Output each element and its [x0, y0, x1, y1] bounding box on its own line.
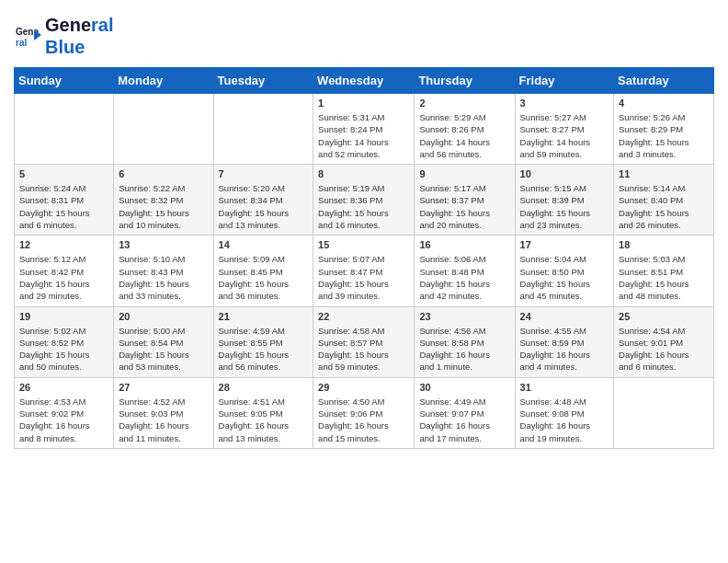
day-info: Sunrise: 5:26 AM Sunset: 8:29 PM Dayligh… [619, 111, 709, 160]
calendar-cell: 23Sunrise: 4:56 AM Sunset: 8:58 PM Dayli… [415, 306, 515, 377]
header-saturday: Saturday [614, 68, 714, 94]
day-number: 9 [419, 168, 509, 179]
svg-text:ral: ral [16, 38, 27, 48]
calendar-cell: 26Sunrise: 4:53 AM Sunset: 9:02 PM Dayli… [15, 377, 114, 448]
calendar-cell: 3Sunrise: 5:27 AM Sunset: 8:27 PM Daylig… [515, 94, 614, 165]
calendar-cell [614, 377, 714, 448]
day-number: 22 [318, 311, 409, 322]
calendar-cell: 31Sunrise: 4:48 AM Sunset: 9:08 PM Dayli… [515, 377, 614, 448]
day-number: 17 [520, 239, 609, 250]
calendar-cell: 30Sunrise: 4:49 AM Sunset: 9:07 PM Dayli… [415, 377, 515, 448]
calendar-cell: 21Sunrise: 4:59 AM Sunset: 8:55 PM Dayli… [213, 306, 313, 377]
day-number: 7 [219, 168, 309, 179]
day-number: 3 [520, 98, 609, 109]
day-number: 28 [219, 382, 309, 393]
calendar-cell: 16Sunrise: 5:06 AM Sunset: 8:48 PM Dayli… [415, 236, 515, 306]
day-info: Sunrise: 4:50 AM Sunset: 9:06 PM Dayligh… [318, 396, 409, 444]
day-number: 5 [19, 168, 108, 179]
day-info: Sunrise: 5:04 AM Sunset: 8:50 PM Dayligh… [520, 253, 609, 302]
day-info: Sunrise: 4:52 AM Sunset: 9:03 PM Dayligh… [119, 396, 208, 444]
day-info: Sunrise: 5:29 AM Sunset: 8:26 PM Dayligh… [419, 111, 509, 160]
logo-text: GeneralBlue [45, 14, 114, 58]
day-info: Sunrise: 5:06 AM Sunset: 8:48 PM Dayligh… [419, 253, 509, 302]
day-number: 18 [619, 239, 709, 250]
calendar-cell: 9Sunrise: 5:17 AM Sunset: 8:37 PM Daylig… [415, 165, 515, 236]
calendar-cell: 27Sunrise: 4:52 AM Sunset: 9:03 PM Dayli… [114, 377, 213, 448]
day-number: 26 [19, 382, 108, 393]
day-number: 10 [520, 168, 609, 179]
day-number: 6 [119, 168, 208, 179]
day-info: Sunrise: 4:55 AM Sunset: 8:59 PM Dayligh… [520, 325, 609, 373]
day-info: Sunrise: 4:58 AM Sunset: 8:57 PM Dayligh… [318, 325, 409, 373]
week-row-3: 12Sunrise: 5:12 AM Sunset: 8:42 PM Dayli… [15, 236, 714, 306]
day-number: 20 [119, 311, 208, 322]
calendar-cell: 7Sunrise: 5:20 AM Sunset: 8:34 PM Daylig… [213, 165, 313, 236]
calendar-cell: 1Sunrise: 5:31 AM Sunset: 8:24 PM Daylig… [313, 94, 415, 165]
calendar-cell: 29Sunrise: 4:50 AM Sunset: 9:06 PM Dayli… [313, 377, 415, 448]
day-info: Sunrise: 5:19 AM Sunset: 8:36 PM Dayligh… [318, 182, 409, 231]
header-friday: Friday [515, 68, 614, 94]
header-tuesday: Tuesday [213, 68, 313, 94]
header-monday: Monday [114, 68, 213, 94]
header-sunday: Sunday [15, 68, 114, 94]
day-info: Sunrise: 5:31 AM Sunset: 8:24 PM Dayligh… [318, 111, 409, 160]
day-number: 1 [318, 98, 409, 109]
day-number: 27 [119, 382, 208, 393]
week-row-1: 1Sunrise: 5:31 AM Sunset: 8:24 PM Daylig… [15, 94, 714, 165]
calendar-cell: 22Sunrise: 4:58 AM Sunset: 8:57 PM Dayli… [313, 306, 415, 377]
calendar-cell: 12Sunrise: 5:12 AM Sunset: 8:42 PM Dayli… [15, 236, 114, 306]
day-number: 16 [419, 239, 509, 250]
day-number: 12 [19, 239, 108, 250]
day-info: Sunrise: 4:54 AM Sunset: 9:01 PM Dayligh… [619, 325, 709, 373]
day-info: Sunrise: 5:20 AM Sunset: 8:34 PM Dayligh… [219, 182, 309, 231]
day-number: 29 [318, 382, 409, 393]
day-info: Sunrise: 5:24 AM Sunset: 8:31 PM Dayligh… [19, 182, 108, 231]
day-number: 2 [419, 98, 509, 109]
calendar-cell: 4Sunrise: 5:26 AM Sunset: 8:29 PM Daylig… [614, 94, 714, 165]
calendar-cell: 15Sunrise: 5:07 AM Sunset: 8:47 PM Dayli… [313, 236, 415, 306]
day-info: Sunrise: 5:00 AM Sunset: 8:54 PM Dayligh… [119, 325, 208, 373]
day-number: 25 [619, 311, 709, 322]
day-info: Sunrise: 4:48 AM Sunset: 9:08 PM Dayligh… [520, 396, 609, 444]
calendar-cell: 28Sunrise: 4:51 AM Sunset: 9:05 PM Dayli… [213, 377, 313, 448]
day-info: Sunrise: 4:56 AM Sunset: 8:58 PM Dayligh… [419, 325, 509, 373]
day-info: Sunrise: 4:49 AM Sunset: 9:07 PM Dayligh… [419, 396, 509, 444]
day-info: Sunrise: 5:10 AM Sunset: 8:43 PM Dayligh… [119, 253, 208, 302]
day-number: 19 [19, 311, 108, 322]
day-info: Sunrise: 4:51 AM Sunset: 9:05 PM Dayligh… [219, 396, 309, 444]
logo-icon: Gene ral [14, 22, 41, 50]
header-thursday: Thursday [415, 68, 515, 94]
day-number: 30 [419, 382, 509, 393]
day-info: Sunrise: 5:22 AM Sunset: 8:32 PM Dayligh… [119, 182, 208, 231]
day-number: 15 [318, 239, 409, 250]
calendar-cell: 10Sunrise: 5:15 AM Sunset: 8:39 PM Dayli… [515, 165, 614, 236]
day-number: 14 [219, 239, 309, 250]
day-info: Sunrise: 4:53 AM Sunset: 9:02 PM Dayligh… [19, 396, 108, 444]
day-info: Sunrise: 5:09 AM Sunset: 8:45 PM Dayligh… [219, 253, 309, 302]
day-info: Sunrise: 5:14 AM Sunset: 8:40 PM Dayligh… [619, 182, 709, 231]
calendar-cell: 13Sunrise: 5:10 AM Sunset: 8:43 PM Dayli… [114, 236, 213, 306]
day-info: Sunrise: 5:15 AM Sunset: 8:39 PM Dayligh… [520, 182, 609, 231]
day-info: Sunrise: 5:12 AM Sunset: 8:42 PM Dayligh… [19, 253, 108, 302]
header-wednesday: Wednesday [313, 68, 415, 94]
day-number: 24 [520, 311, 609, 322]
calendar-cell: 6Sunrise: 5:22 AM Sunset: 8:32 PM Daylig… [114, 165, 213, 236]
calendar-cell: 5Sunrise: 5:24 AM Sunset: 8:31 PM Daylig… [15, 165, 114, 236]
calendar-cell [15, 94, 114, 165]
calendar-cell: 11Sunrise: 5:14 AM Sunset: 8:40 PM Dayli… [614, 165, 714, 236]
week-row-2: 5Sunrise: 5:24 AM Sunset: 8:31 PM Daylig… [15, 165, 714, 236]
calendar-cell: 19Sunrise: 5:02 AM Sunset: 8:52 PM Dayli… [15, 306, 114, 377]
calendar-cell [114, 94, 213, 165]
day-number: 13 [119, 239, 208, 250]
calendar-cell: 8Sunrise: 5:19 AM Sunset: 8:36 PM Daylig… [313, 165, 415, 236]
day-info: Sunrise: 5:27 AM Sunset: 8:27 PM Dayligh… [520, 111, 609, 160]
calendar-cell: 17Sunrise: 5:04 AM Sunset: 8:50 PM Dayli… [515, 236, 614, 306]
week-row-4: 19Sunrise: 5:02 AM Sunset: 8:52 PM Dayli… [15, 306, 714, 377]
day-info: Sunrise: 5:02 AM Sunset: 8:52 PM Dayligh… [19, 325, 108, 373]
week-row-5: 26Sunrise: 4:53 AM Sunset: 9:02 PM Dayli… [15, 377, 714, 448]
calendar-cell: 18Sunrise: 5:03 AM Sunset: 8:51 PM Dayli… [614, 236, 714, 306]
calendar-cell: 24Sunrise: 4:55 AM Sunset: 8:59 PM Dayli… [515, 306, 614, 377]
calendar-table: SundayMondayTuesdayWednesdayThursdayFrid… [14, 67, 714, 449]
calendar-cell: 25Sunrise: 4:54 AM Sunset: 9:01 PM Dayli… [614, 306, 714, 377]
calendar-cell [213, 94, 313, 165]
